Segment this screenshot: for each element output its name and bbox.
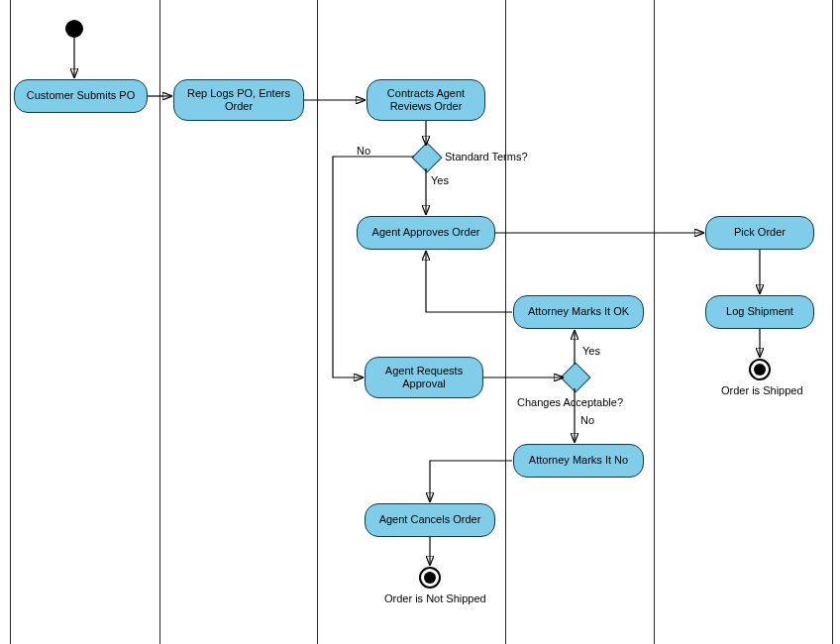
node-customer-submits-po: Customer Submits PO — [14, 79, 148, 113]
label: Contracts Agent Reviews Order — [373, 87, 478, 113]
node-contracts-agent-reviews: Contracts Agent Reviews Order — [367, 79, 485, 121]
label: Attorney Marks It OK — [528, 305, 629, 318]
label-yes-1: Yes — [431, 174, 449, 186]
node-pick-order: Pick Order — [705, 216, 814, 250]
node-agent-approves-order: Agent Approves Order — [357, 216, 495, 250]
node-log-shipment: Log Shipment — [705, 295, 814, 329]
end-shipped — [749, 359, 771, 380]
label: Agent Requests Approval — [371, 365, 476, 390]
label-standard-terms: Standard Terms? — [445, 151, 528, 162]
label: Rep Logs PO, Enters Order — [180, 87, 297, 113]
node-rep-logs-po: Rep Logs PO, Enters Order — [173, 79, 304, 121]
label-no-2: No — [580, 414, 594, 426]
label: Agent Approves Order — [372, 226, 480, 239]
node-agent-cancels-order: Agent Cancels Order — [365, 503, 495, 537]
start-node — [65, 20, 83, 38]
node-attorney-marks-ok: Attorney Marks It OK — [513, 295, 644, 329]
label: Pick Order — [734, 226, 786, 239]
label-no-1: No — [357, 145, 370, 157]
label-order-not-shipped: Order is Not Shipped — [384, 592, 486, 604]
node-agent-requests-approval: Agent Requests Approval — [365, 357, 483, 398]
label: Agent Cancels Order — [379, 513, 481, 526]
label-yes-2: Yes — [582, 345, 600, 357]
end-not-shipped — [419, 567, 441, 589]
label: Log Shipment — [726, 305, 793, 318]
label: Attorney Marks It No — [529, 454, 628, 467]
activity-diagram: Customer Submits PO Rep Logs PO, Enters … — [0, 0, 840, 644]
node-attorney-marks-no: Attorney Marks It No — [513, 444, 644, 478]
label-order-shipped: Order is Shipped — [721, 384, 803, 396]
label-changes-acceptable: Changes Acceptable? — [517, 396, 623, 408]
label: Customer Submits PO — [27, 89, 135, 102]
